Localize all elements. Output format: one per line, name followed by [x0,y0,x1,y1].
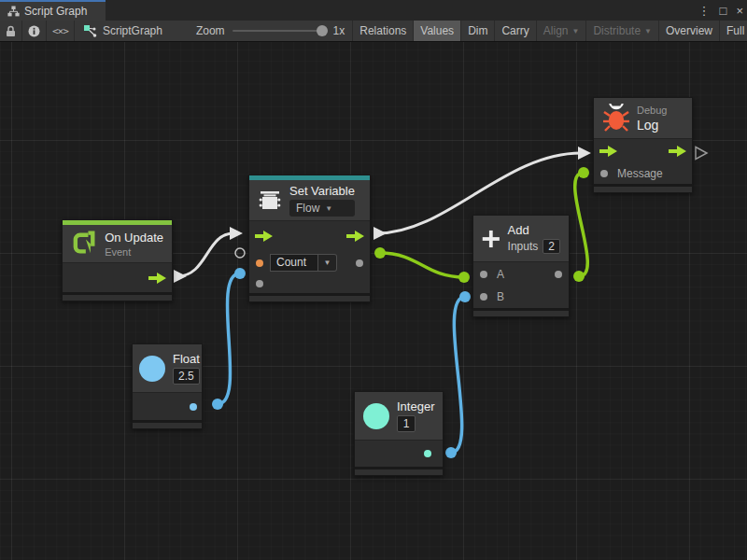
maximize-icon[interactable]: □ [720,4,727,18]
script-graph-icon [84,25,97,37]
lock-button[interactable] [0,21,22,41]
value-output-port[interactable] [356,259,363,267]
wire-endpoint [458,272,470,283]
bug-icon [603,104,629,133]
wire-endpoint [459,291,471,302]
node-footer [63,292,172,301]
close-icon[interactable]: × [736,4,743,18]
zoom-value: 1x [333,24,345,37]
message-input-port[interactable] [600,170,608,177]
node-title: Set Variable [289,184,355,198]
inputs-label: Inputs [508,240,539,253]
zoom-slider[interactable] [233,30,326,32]
carry-button[interactable]: Carry [494,21,535,41]
wire-endpoint [578,167,589,178]
integer-icon [363,403,389,429]
port-label-message: Message [617,167,663,180]
inputs-count-field[interactable]: 2 [543,239,560,254]
fullscreen-button[interactable]: Full Screen [719,21,747,41]
wire-endpoint [212,399,223,410]
info-icon [28,25,40,37]
dim-button[interactable]: Dim [460,21,494,41]
chevron-down-icon: ▼ [325,204,332,213]
wire-endpoint [445,447,457,458]
info-button[interactable] [22,21,47,41]
zoom-slider-handle[interactable] [317,25,328,36]
flow-output-port[interactable] [346,231,364,242]
graph-toolbar: <×> ScriptGraph Zoom 1x Relations Values… [0,21,747,42]
node-title: On Update [105,231,163,245]
lock-icon [6,25,16,37]
loop-icon [71,230,97,258]
unconnected-value-port[interactable] [235,248,245,258]
node-set-variable[interactable]: Set Variable Flow ▼ Count ▼ [248,175,371,302]
wire-endpoint [234,268,246,279]
wire-add-to-message[interactable] [575,173,588,276]
graph-canvas[interactable]: On Update Event Set Variable [0,42,747,560]
flow-arrowhead [230,227,243,240]
integer-value-field[interactable]: 1 [397,415,416,432]
unconnected-flow-port[interactable] [696,147,707,160]
variable-kind-dropdown[interactable]: Flow ▼ [289,200,355,217]
node-footer [355,467,443,475]
node-integer[interactable]: Integer 1 [354,391,444,476]
overview-button[interactable]: Overview [658,21,719,41]
chevron-down-icon[interactable]: ▼ [318,254,337,272]
chevron-down-icon: ▼ [644,27,652,35]
tab-title: Script Graph [24,5,87,18]
flow-output-port[interactable] [148,273,166,284]
node-title: Integer [397,399,434,413]
flow-output-port[interactable] [669,146,686,157]
node-title: Float [173,352,200,366]
wire-integer-to-add-b[interactable] [451,297,465,453]
wire-float-to-setvariable[interactable] [218,273,240,404]
hierarchy-icon [7,6,20,17]
chevron-down-icon: ▼ [571,27,579,35]
node-footer [594,184,692,192]
window-menu-icon[interactable]: ⋮ [698,4,711,18]
zoom-label: Zoom [196,24,225,37]
values-button[interactable]: Values [413,21,460,41]
wire-setvariable-to-add-a[interactable] [380,253,464,277]
flow-arrowhead [174,270,187,283]
integer-output-port[interactable] [424,450,431,457]
flow-arrowhead [578,147,591,160]
graph-name: ScriptGraph [103,24,162,37]
align-button[interactable]: Align ▼ [536,21,586,41]
port-label-a: A [497,268,504,281]
code-toggle-button[interactable]: <×> [47,21,75,41]
plus-icon [482,227,500,251]
tab-bar: Script Graph ⋮ □ × [0,0,747,21]
port-label-b: B [497,290,504,303]
node-category: Debug [637,105,667,116]
node-title: Log [637,118,667,133]
node-footer [473,308,569,316]
value-input-port[interactable] [256,280,263,287]
graph-breadcrumb[interactable]: ScriptGraph [75,21,172,41]
variable-name-port[interactable] [256,259,263,267]
variable-icon [258,189,282,212]
sum-output-port[interactable] [555,271,562,278]
input-a-port[interactable] [480,271,487,278]
wire-endpoint [374,247,386,259]
node-add[interactable]: Add Inputs 2 A B [472,215,570,317]
code-icon: <×> [52,25,68,37]
flow-input-port[interactable] [255,231,273,242]
float-icon [139,356,165,382]
float-value-field[interactable]: 2.5 [173,368,200,385]
tab-script-graph[interactable]: Script Graph [0,0,106,21]
node-on-update[interactable]: On Update Event [62,219,173,301]
flow-input-port[interactable] [599,146,617,157]
distribute-button[interactable]: Distribute ▼ [585,21,658,41]
node-debug-log[interactable]: Debug Log Message [593,97,693,193]
node-footer [249,293,370,301]
input-b-port[interactable] [480,293,487,301]
variable-name-field[interactable]: Count ▼ [270,254,337,272]
node-title: Add [508,223,560,237]
float-output-port[interactable] [190,403,197,411]
wire-endpoint [573,271,585,282]
node-subtitle: Event [105,246,163,258]
wire-onupdate-to-setvariable[interactable] [177,233,233,276]
relations-button[interactable]: Relations [352,21,413,41]
node-float[interactable]: Float 2.5 [132,343,203,429]
